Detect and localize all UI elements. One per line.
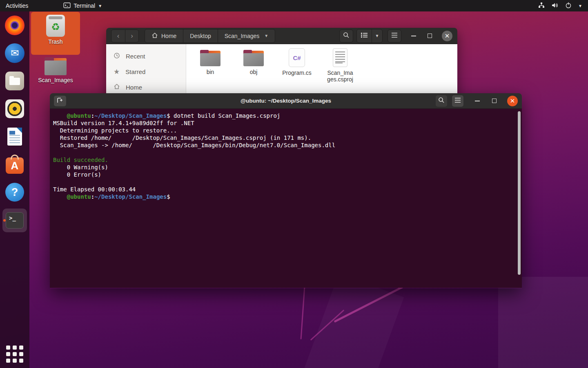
breadcrumb-home[interactable]: Home bbox=[145, 29, 183, 43]
document-icon bbox=[333, 48, 347, 67]
folder-icon bbox=[200, 50, 220, 66]
dock: ✉ A ? >_ bbox=[0, 11, 29, 368]
desktop-icon-label: Trash bbox=[48, 38, 62, 45]
terminal-menu-button[interactable] bbox=[452, 95, 463, 107]
dock-item-libreoffice-writer[interactable] bbox=[5, 127, 24, 146]
forward-button[interactable]: › bbox=[125, 30, 138, 42]
wallpaper-shade bbox=[498, 277, 588, 368]
file-label: Program.cs bbox=[278, 70, 315, 76]
home-icon bbox=[114, 83, 120, 91]
dock-item-rhythmbox[interactable] bbox=[5, 99, 24, 119]
view-toggle: ▼ bbox=[356, 29, 383, 43]
files-icon bbox=[5, 72, 24, 90]
hamburger-menu-icon bbox=[454, 97, 461, 105]
help-icon: ? bbox=[5, 183, 24, 202]
file-label: Scan_Images.csproj bbox=[327, 70, 353, 83]
terminal-line: Scan_Images -> /home/ /Desktop/Scan_Imag… bbox=[53, 141, 522, 149]
home-icon bbox=[151, 32, 158, 40]
back-button[interactable]: ‹ bbox=[111, 30, 125, 42]
dock-item-terminal[interactable]: >_ bbox=[5, 211, 24, 230]
dock-item-help[interactable]: ? bbox=[5, 182, 24, 202]
file-label: bin bbox=[197, 69, 223, 75]
running-indicator-dot bbox=[3, 219, 6, 222]
activities-label: Activities bbox=[6, 2, 28, 9]
close-button[interactable]: ✕ bbox=[442, 31, 452, 41]
maximize-button[interactable] bbox=[492, 99, 497, 103]
firefox-icon bbox=[5, 16, 24, 35]
dock-item-ubuntu-software[interactable]: A bbox=[5, 155, 24, 174]
dock-item-files[interactable] bbox=[5, 71, 24, 91]
terminal-line: Build succeeded. bbox=[53, 156, 522, 164]
minimize-button[interactable] bbox=[475, 101, 480, 101]
terminal-headerbar: @ubuntu: ~/Desktop/Scan_Images ✕ bbox=[50, 93, 522, 109]
close-button[interactable]: ✕ bbox=[507, 96, 518, 106]
sidebar-item-label: Home bbox=[126, 84, 142, 91]
search-icon bbox=[438, 97, 445, 105]
breadcrumb-scan-images[interactable]: Scan_Images ▼ bbox=[218, 29, 275, 43]
list-view-button[interactable] bbox=[357, 29, 372, 43]
terminal-scrollbar[interactable] bbox=[518, 111, 521, 275]
recycle-icon: ♻ bbox=[51, 21, 60, 33]
terminal-line: Determining projects to restore... bbox=[53, 127, 522, 134]
new-tab-button[interactable] bbox=[54, 96, 66, 106]
file-item-csproj[interactable]: Scan_Images.csproj bbox=[318, 48, 362, 83]
files-headerbar: ‹ › Home Desktop Scan_Images ▼ bbox=[106, 28, 457, 44]
desktop-icon-trash[interactable]: ♻ Trash bbox=[31, 12, 80, 55]
sidebar-item-home[interactable]: Home bbox=[106, 79, 186, 95]
files-toolbar-right: ▼ ✕ bbox=[339, 29, 452, 43]
breadcrumb-desktop[interactable]: Desktop bbox=[183, 29, 217, 43]
terminal-window-icon bbox=[63, 2, 71, 9]
ubuntu-software-icon: A bbox=[6, 157, 24, 174]
new-tab-icon bbox=[56, 97, 64, 105]
desktop: Activities Terminal ▼ ▼ ✉ bbox=[0, 0, 588, 368]
breadcrumb-label: Scan_Images bbox=[225, 33, 260, 39]
file-item-obj[interactable]: obj bbox=[232, 50, 275, 75]
terminal-line: @ubuntu:~/Desktop/Scan_Images$ bbox=[53, 193, 522, 200]
maximize-button[interactable] bbox=[428, 34, 432, 38]
desktop-icon-scan-images[interactable]: Scan_Images bbox=[31, 57, 80, 90]
breadcrumb-label: Desktop bbox=[190, 33, 211, 39]
desktop-icon-label: Scan_Images bbox=[38, 77, 73, 83]
sidebar-item-label: Starred bbox=[125, 68, 145, 75]
chevron-right-icon: › bbox=[131, 32, 133, 40]
chevron-down-icon: ▼ bbox=[98, 4, 102, 8]
chevron-left-icon: ‹ bbox=[117, 32, 120, 40]
terminal-line bbox=[53, 149, 522, 156]
file-item-program-cs[interactable]: C# Program.cs bbox=[275, 48, 318, 76]
activities-button[interactable]: Activities bbox=[0, 0, 34, 11]
file-item-bin[interactable]: bin bbox=[189, 50, 232, 75]
sidebar-item-label: Recent bbox=[126, 53, 145, 60]
system-status-area[interactable]: ▼ bbox=[538, 2, 588, 10]
terminal-line: Restored /home/ /Desktop/Scan_Images/Sca… bbox=[53, 134, 522, 141]
view-options-dropdown[interactable]: ▼ bbox=[372, 29, 382, 43]
terminal-search-button[interactable] bbox=[436, 95, 447, 107]
chevron-down-icon: ▼ bbox=[375, 34, 379, 38]
power-icon bbox=[565, 2, 572, 10]
minimize-button[interactable] bbox=[411, 36, 416, 36]
breadcrumb-label: Home bbox=[161, 33, 176, 39]
folder-icon bbox=[243, 50, 264, 66]
list-view-icon bbox=[361, 32, 368, 40]
terminal-line: Time Elapsed 00:00:03.44 bbox=[53, 186, 522, 193]
sidebar-item-starred[interactable]: ★ Starred bbox=[106, 64, 186, 79]
wallpaper-art bbox=[300, 286, 305, 339]
dock-item-firefox[interactable] bbox=[5, 16, 24, 35]
dock-item-thunderbird[interactable]: ✉ bbox=[5, 43, 24, 63]
app-menu-terminal[interactable]: Terminal ▼ bbox=[60, 0, 105, 11]
terminal-window: @ubuntu: ~/Desktop/Scan_Images ✕ @ubuntu… bbox=[50, 93, 522, 288]
thunderbird-icon: ✉ bbox=[5, 43, 24, 63]
breadcrumb: Home Desktop Scan_Images ▼ bbox=[145, 29, 275, 43]
recent-clock-icon bbox=[114, 52, 120, 60]
terminal-line: MSBuild version 17.4.1+9a89d02ff for .NE… bbox=[53, 119, 522, 127]
sidebar-item-recent[interactable]: Recent bbox=[106, 48, 186, 64]
trash-icon: ♻ bbox=[46, 15, 65, 37]
terminal-screen[interactable]: @ubuntu:~/Desktop/Scan_Images$ dotnet bu… bbox=[50, 109, 522, 288]
terminal-line: 0 Warning(s) bbox=[53, 164, 522, 171]
top-bar: Activities Terminal ▼ ▼ bbox=[0, 0, 588, 11]
csharp-file-icon: C# bbox=[289, 48, 305, 67]
files-menu-button[interactable] bbox=[388, 29, 401, 43]
show-applications-button[interactable] bbox=[6, 346, 23, 363]
search-button[interactable] bbox=[339, 29, 353, 43]
volume-icon bbox=[551, 2, 559, 10]
navigation-buttons: ‹ › bbox=[111, 29, 139, 43]
